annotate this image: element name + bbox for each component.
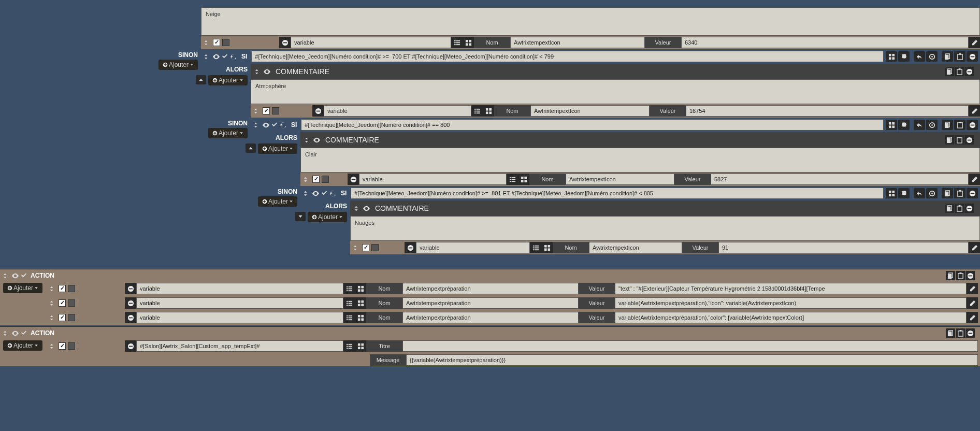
eye-icon[interactable]: [313, 136, 320, 143]
copy-button[interactable]: [946, 328, 955, 338]
puzzle-tool[interactable]: [898, 188, 910, 198]
var-value-input[interactable]: [711, 174, 969, 185]
grid-tool[interactable]: [886, 51, 897, 62]
condition-input[interactable]: [351, 188, 884, 199]
parallel-checkbox[interactable]: [371, 244, 379, 251]
var-name-input[interactable]: [566, 174, 674, 185]
enabled-checkbox[interactable]: [59, 285, 66, 292]
remove-button[interactable]: [125, 340, 136, 352]
remove-button[interactable]: [964, 135, 974, 145]
refresh-icon[interactable]: [280, 121, 287, 128]
move-icon[interactable]: [254, 121, 261, 128]
check-icon[interactable]: [271, 121, 278, 128]
enabled-checkbox[interactable]: [59, 299, 66, 307]
move-icon[interactable]: [305, 136, 311, 143]
condition-input[interactable]: [301, 119, 884, 131]
paste-button[interactable]: [956, 328, 965, 338]
grid-tool[interactable]: [886, 188, 897, 198]
parallel-checkbox[interactable]: [68, 342, 75, 350]
var-name-input[interactable]: [530, 105, 650, 117]
remove-tool[interactable]: [967, 188, 978, 198]
comment-body[interactable]: Clair: [300, 148, 980, 173]
add-button[interactable]: Ajouter: [3, 283, 42, 293]
copy-button[interactable]: [945, 67, 954, 76]
move-icon[interactable]: [304, 176, 310, 183]
grid-picker[interactable]: [355, 283, 366, 294]
parallel-checkbox[interactable]: [68, 314, 75, 321]
target-tool[interactable]: [926, 188, 938, 198]
enabled-checkbox[interactable]: [59, 342, 66, 350]
add-button[interactable]: Ajouter: [308, 212, 347, 222]
var-value-input[interactable]: [615, 312, 967, 323]
var-name-input[interactable]: [402, 283, 579, 294]
action-type-input[interactable]: [136, 283, 343, 294]
move-icon[interactable]: [353, 244, 360, 251]
grid-picker[interactable]: [541, 242, 553, 253]
action-type-input[interactable]: [416, 242, 530, 253]
puzzle-tool[interactable]: [898, 51, 910, 62]
remove-button[interactable]: [125, 283, 136, 294]
remove-button[interactable]: [125, 297, 136, 309]
puzzle-tool[interactable]: [898, 120, 910, 130]
check-icon[interactable]: [21, 329, 27, 337]
parallel-checkbox[interactable]: [322, 176, 329, 183]
grid-picker[interactable]: [355, 312, 366, 323]
add-button[interactable]: Ajouter: [208, 128, 248, 138]
move-icon[interactable]: [354, 205, 361, 212]
eye-icon[interactable]: [12, 329, 19, 337]
collapse-toggle[interactable]: [295, 212, 306, 221]
action-type-input[interactable]: [291, 37, 451, 48]
copy-button[interactable]: [945, 135, 954, 145]
copy-button[interactable]: [946, 271, 955, 280]
move-icon[interactable]: [204, 53, 211, 60]
grid-picker[interactable]: [483, 105, 494, 117]
move-icon[interactable]: [304, 190, 310, 197]
remove-button[interactable]: [125, 312, 136, 323]
var-value-input[interactable]: [615, 297, 967, 309]
remove-button[interactable]: [964, 204, 974, 213]
grid-picker[interactable]: [355, 297, 366, 309]
var-value-input[interactable]: [615, 283, 967, 294]
add-button[interactable]: Ajouter: [258, 143, 297, 154]
action-type-input[interactable]: [136, 297, 343, 309]
eye-icon[interactable]: [363, 205, 370, 212]
titre-input[interactable]: [402, 340, 978, 352]
parallel-checkbox[interactable]: [68, 299, 75, 307]
list-picker[interactable]: [471, 105, 483, 117]
remove-tool[interactable]: [967, 120, 978, 130]
grid-picker[interactable]: [463, 37, 474, 48]
check-icon[interactable]: [222, 53, 228, 60]
move-icon[interactable]: [204, 39, 211, 46]
paste-button[interactable]: [955, 204, 964, 213]
remove-button[interactable]: [348, 174, 359, 185]
move-icon[interactable]: [50, 299, 56, 307]
var-name-input[interactable]: [510, 37, 645, 48]
target-tool[interactable]: [926, 51, 938, 62]
enabled-checkbox[interactable]: [263, 107, 270, 114]
target-tool[interactable]: [926, 120, 938, 130]
enabled-checkbox[interactable]: [59, 314, 66, 321]
paste-tool[interactable]: [954, 120, 965, 130]
edit-button[interactable]: [967, 297, 978, 309]
action-type-input[interactable]: [136, 312, 343, 323]
copy-tool[interactable]: [942, 51, 953, 62]
paste-button[interactable]: [955, 135, 964, 145]
list-picker[interactable]: [343, 312, 355, 323]
remove-button[interactable]: [965, 271, 975, 280]
move-icon[interactable]: [3, 329, 10, 337]
var-value-input[interactable]: [718, 242, 969, 253]
copy-tool[interactable]: [942, 120, 953, 130]
edit-button[interactable]: [969, 174, 980, 185]
paste-tool[interactable]: [954, 188, 965, 198]
var-name-input[interactable]: [402, 312, 579, 323]
list-picker[interactable]: [343, 297, 355, 309]
remove-button[interactable]: [965, 328, 975, 338]
remove-button[interactable]: [279, 37, 291, 48]
undo-tool[interactable]: [914, 120, 925, 130]
edit-button[interactable]: [967, 283, 978, 294]
add-button[interactable]: Ajouter: [208, 75, 248, 85]
list-picker[interactable]: [451, 37, 463, 48]
list-picker[interactable]: [343, 340, 355, 352]
comment-body[interactable]: Atmosphère: [251, 79, 980, 104]
refresh-icon[interactable]: [330, 190, 337, 197]
